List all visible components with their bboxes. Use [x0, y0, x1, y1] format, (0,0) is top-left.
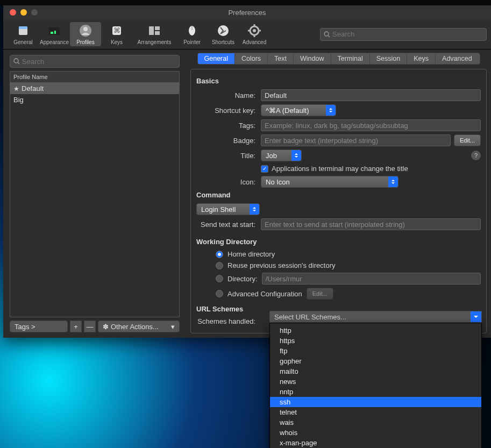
profile-list: Profile Name ★ Default Big — [10, 71, 180, 317]
tags-button[interactable]: Tags > — [10, 321, 68, 332]
star-icon: ★ — [13, 85, 19, 93]
toolbar-advanced[interactable]: Advanced — [239, 22, 270, 46]
wd-advanced-label: Advanced Configuration — [227, 290, 302, 298]
wd-advanced-radio[interactable] — [216, 290, 223, 297]
remove-profile-button[interactable]: — — [84, 321, 96, 332]
title-value: Job — [266, 152, 277, 160]
scheme-option-xmanpage[interactable]: x-man-page — [270, 438, 481, 448]
profile-tabs: General Colors Text Window Terminal Sess… — [197, 53, 480, 65]
profile-name: Default — [22, 84, 44, 93]
tab-text[interactable]: Text — [268, 53, 294, 64]
tab-colors[interactable]: Colors — [235, 53, 268, 64]
wd-reuse-radio[interactable] — [216, 262, 223, 269]
svg-rect-1 — [19, 26, 27, 29]
title-change-label: Applications in terminal may change the … — [272, 165, 408, 173]
scheme-option-gopher[interactable]: gopher — [270, 356, 481, 366]
window-title: Preferences — [3, 9, 491, 17]
schemes-dropdown: http https ftp gopher mailto news nntp s… — [269, 323, 482, 448]
scheme-option-ftp[interactable]: ftp — [270, 346, 481, 356]
basics-header: Basics — [196, 77, 481, 85]
wd-directory-label: Directory: — [227, 275, 258, 283]
other-actions-menu[interactable]: ✽ Other Actions... ▾ — [98, 321, 180, 332]
title-help-button[interactable]: ? — [471, 151, 481, 160]
tab-keys[interactable]: Keys — [407, 53, 436, 64]
toolbar-search[interactable] — [320, 28, 487, 41]
toolbar-keys[interactable]: ⌘ Keys — [101, 22, 132, 46]
add-profile-button[interactable]: + — [70, 321, 82, 332]
obscured-window-strip — [0, 0, 491, 5]
tab-session[interactable]: Session — [370, 53, 407, 64]
tab-terminal[interactable]: Terminal — [331, 53, 370, 64]
scheme-option-nntp[interactable]: nntp — [270, 387, 481, 397]
scheme-option-wais[interactable]: wais — [270, 417, 481, 428]
updown-icon — [291, 150, 301, 161]
profile-row-big[interactable]: Big — [10, 94, 179, 105]
scheme-option-https[interactable]: https — [270, 336, 481, 346]
svg-rect-9 — [149, 26, 154, 35]
command-header: Command — [196, 191, 481, 199]
name-field[interactable] — [261, 89, 481, 101]
toolbar: General Appearance Profiles ⌘ Keys Arran… — [3, 20, 491, 49]
tab-general[interactable]: General — [198, 53, 235, 64]
scheme-option-whois[interactable]: whois — [270, 428, 481, 438]
svg-point-21 — [324, 32, 329, 36]
title-select[interactable]: Job — [261, 150, 302, 161]
updown-icon — [326, 105, 336, 116]
svg-text:⌘: ⌘ — [113, 26, 120, 34]
scheme-option-ssh[interactable]: ssh — [270, 397, 481, 407]
chevron-down-icon: ▾ — [171, 323, 175, 331]
svg-line-24 — [18, 62, 19, 64]
scheme-option-http[interactable]: http — [270, 325, 481, 336]
profile-list-controls: Tags > + — ✽ Other Actions... ▾ — [10, 321, 180, 332]
badge-edit-button[interactable]: Edit... — [454, 134, 481, 146]
schemes-select[interactable]: Select URL Schemes... — [269, 311, 482, 323]
svg-point-6 — [83, 27, 88, 31]
schemes-value: Select URL Schemes... — [274, 313, 346, 321]
wd-home-radio[interactable] — [216, 251, 223, 258]
toolbar-arrangements-label: Arrangements — [138, 39, 172, 45]
schemes-label: Schemes handled: — [196, 317, 261, 325]
wd-directory-field[interactable] — [262, 273, 481, 285]
scheme-option-telnet[interactable]: telnet — [270, 407, 481, 417]
icon-label: Icon: — [196, 178, 261, 186]
svg-line-22 — [328, 35, 330, 37]
toolbar-profiles[interactable]: Profiles — [70, 22, 101, 46]
search-icon — [324, 31, 330, 38]
toolbar-search-input[interactable] — [332, 30, 483, 38]
tags-field[interactable] — [261, 119, 481, 131]
scheme-option-news[interactable]: news — [270, 376, 481, 387]
profile-name: Big — [13, 96, 24, 104]
working-directory-header: Working Directory — [196, 238, 481, 246]
toolbar-shortcuts[interactable]: Shortcuts — [208, 22, 239, 46]
profile-detail: General Colors Text Window Terminal Sess… — [186, 49, 491, 338]
wd-directory-radio[interactable] — [216, 275, 223, 282]
profile-row-default[interactable]: ★ Default — [10, 83, 179, 94]
tab-window[interactable]: Window — [294, 53, 331, 64]
title-change-checkbox[interactable] — [261, 165, 268, 173]
titlebar: Preferences — [3, 5, 491, 20]
profile-search-input[interactable] — [22, 58, 176, 66]
profile-list-header: Profile Name — [10, 72, 179, 83]
shortcut-label: Shortcut key: — [196, 106, 261, 115]
toolbar-general-label: General — [13, 39, 33, 45]
svg-rect-3 — [51, 32, 53, 34]
shortcut-select[interactable]: ^⌘A (Default) — [261, 104, 336, 116]
svg-rect-10 — [155, 26, 160, 30]
toolbar-arrangements[interactable]: Arrangements — [132, 22, 176, 46]
badge-field[interactable] — [261, 134, 451, 146]
title-label: Title: — [196, 152, 261, 160]
scheme-option-mailto[interactable]: mailto — [270, 366, 481, 376]
send-text-field[interactable] — [261, 218, 481, 230]
icon-value: No Icon — [266, 178, 290, 186]
command-select[interactable]: Login Shell — [196, 203, 260, 215]
toolbar-general[interactable]: General — [8, 22, 39, 46]
toolbar-keys-label: Keys — [111, 39, 123, 45]
toolbar-advanced-label: Advanced — [243, 39, 266, 45]
toolbar-appearance[interactable]: Appearance — [39, 22, 70, 46]
profile-search[interactable] — [10, 55, 180, 68]
updown-icon — [250, 204, 259, 215]
toolbar-pointer[interactable]: Pointer — [176, 22, 208, 46]
icon-select[interactable]: No Icon — [261, 176, 399, 188]
tab-advanced[interactable]: Advanced — [436, 53, 479, 64]
toolbar-profiles-label: Profiles — [76, 39, 94, 45]
